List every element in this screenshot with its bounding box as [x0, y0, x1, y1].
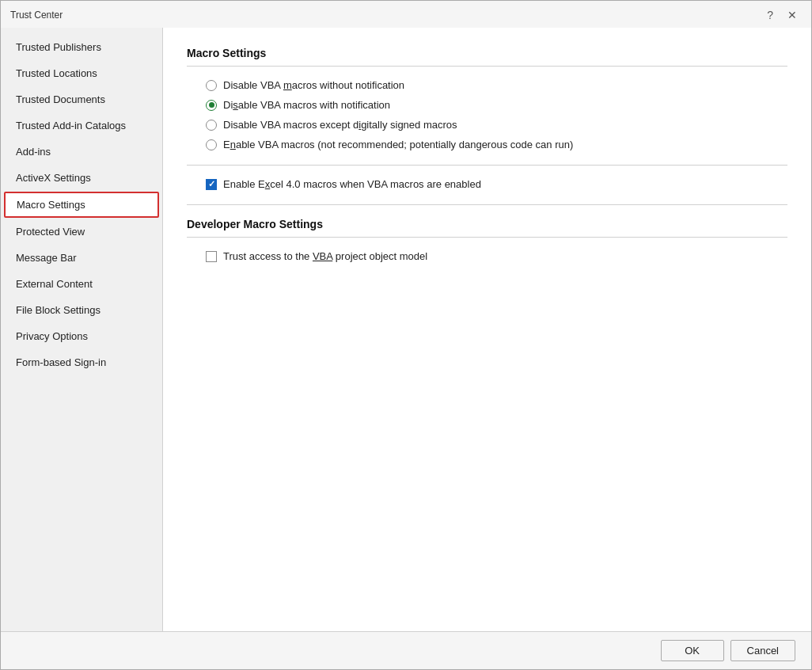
macro-radio-group: Disable VBA macros without notificationD…	[206, 79, 787, 150]
sidebar-item-trusted-add-in-catalogs[interactable]: Trusted Add-in Catalogs	[4, 113, 159, 138]
trust-access-checkbox[interactable]	[206, 251, 217, 262]
radio-circle-disable-signed	[206, 120, 217, 131]
excel-macro-checkbox-row[interactable]: Enable Excel 4.0 macros when VBA macros …	[206, 178, 787, 190]
help-button[interactable]: ?	[762, 7, 778, 23]
radio-disable-no-notify[interactable]: Disable VBA macros without notification	[206, 79, 787, 91]
sidebar-item-form-based-sign-in[interactable]: Form-based Sign-in	[4, 350, 159, 375]
developer-settings-title: Developer Macro Settings	[187, 218, 787, 230]
sidebar-item-protected-view[interactable]: Protected View	[4, 219, 159, 244]
radio-circle-disable-no-notify	[206, 80, 217, 91]
sidebar-item-add-ins[interactable]: Add-ins	[4, 139, 159, 164]
content-area: Macro Settings Disable VBA macros withou…	[163, 28, 811, 631]
title-bar-buttons: ? ✕	[762, 7, 802, 23]
developer-settings-divider	[187, 237, 787, 238]
sidebar-item-trusted-documents[interactable]: Trusted Documents	[4, 87, 159, 112]
sidebar-item-trusted-publishers[interactable]: Trusted Publishers	[4, 35, 159, 59]
sidebar: Trusted PublishersTrusted LocationsTrust…	[1, 28, 163, 631]
sidebar-item-macro-settings[interactable]: Macro Settings	[4, 192, 159, 218]
radio-disable-signed[interactable]: Disable VBA macros except digitally sign…	[206, 119, 787, 131]
trust-access-checkbox-row[interactable]: Trust access to the VBA project object m…	[206, 250, 787, 262]
dialog-title: Trust Center	[10, 10, 63, 21]
radio-enable-all[interactable]: Enable VBA macros (not recommended; pote…	[206, 139, 787, 150]
radio-disable-notify[interactable]: Disable VBA macros with notification	[206, 99, 787, 111]
title-bar: Trust Center ? ✕	[1, 1, 811, 28]
sidebar-item-external-content[interactable]: External Content	[4, 272, 159, 296]
dialog-body: Trusted PublishersTrusted LocationsTrust…	[1, 28, 811, 631]
macro-settings-divider	[187, 66, 787, 67]
excel-macro-checkbox[interactable]	[206, 179, 217, 190]
trust-access-label: Trust access to the VBA project object m…	[223, 250, 427, 262]
radio-circle-disable-notify	[206, 100, 217, 111]
sidebar-item-file-block-settings[interactable]: File Block Settings	[4, 298, 159, 322]
excel-macro-label: Enable Excel 4.0 macros when VBA macros …	[223, 178, 481, 190]
excel-macro-divider	[187, 165, 787, 166]
trust-center-dialog: Trust Center ? ✕ Trusted PublishersTrust…	[0, 0, 812, 670]
close-button[interactable]: ✕	[783, 7, 802, 23]
sidebar-item-trusted-locations[interactable]: Trusted Locations	[4, 61, 159, 86]
sidebar-item-message-bar[interactable]: Message Bar	[4, 246, 159, 270]
ok-button[interactable]: OK	[661, 640, 724, 661]
sidebar-item-privacy-options[interactable]: Privacy Options	[4, 324, 159, 348]
radio-circle-enable-all	[206, 139, 217, 150]
developer-divider	[187, 204, 787, 205]
dialog-footer: OK Cancel	[1, 631, 811, 669]
cancel-button[interactable]: Cancel	[730, 640, 795, 661]
sidebar-item-activex-settings[interactable]: ActiveX Settings	[4, 166, 159, 190]
macro-settings-title: Macro Settings	[187, 47, 787, 59]
